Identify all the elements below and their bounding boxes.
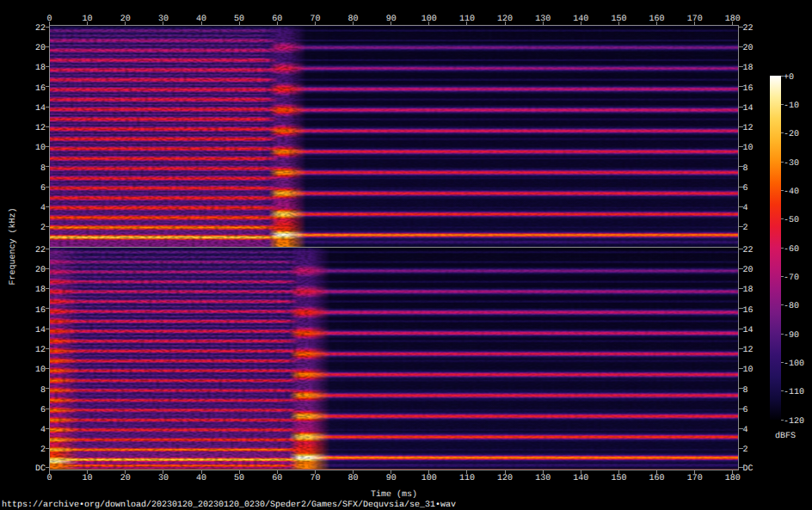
svg-text:12: 12 [35,346,46,355]
svg-text:20: 20 [35,266,46,275]
svg-text:30: 30 [158,474,169,483]
svg-text:8: 8 [40,386,46,396]
svg-text:40: 40 [196,474,206,483]
svg-text:120: 120 [497,474,513,483]
svg-text:0: 0 [46,474,52,483]
svg-text:100: 100 [421,474,437,483]
svg-text:80: 80 [348,15,358,24]
svg-text:110: 110 [459,15,475,24]
svg-text:0: 0 [46,15,52,24]
svg-text:150: 150 [611,15,626,24]
svg-text:50: 50 [234,474,244,483]
svg-text:2: 2 [40,224,46,233]
svg-text:2: 2 [40,445,46,455]
svg-text:16: 16 [35,84,46,94]
svg-text:-70: -70 [784,273,799,283]
svg-text:+0: +0 [784,73,794,83]
svg-text:-80: -80 [784,302,799,311]
svg-text:70: 70 [310,474,320,483]
svg-text:12: 12 [743,346,754,355]
svg-text:20: 20 [120,474,131,483]
svg-text:DC: DC [35,464,46,474]
svg-text:60: 60 [272,15,282,24]
svg-text:-90: -90 [784,331,799,341]
svg-text:6: 6 [40,184,46,194]
svg-text:22: 22 [743,24,754,34]
svg-text:8: 8 [743,386,748,396]
svg-text:100: 100 [421,15,437,24]
svg-text:2: 2 [743,224,748,233]
svg-text:120: 120 [497,15,513,24]
svg-text:10: 10 [743,144,754,153]
svg-text:8: 8 [40,164,46,174]
svg-text:140: 140 [573,474,588,483]
svg-text:40: 40 [196,15,206,24]
svg-text:16: 16 [35,306,46,316]
svg-text:2: 2 [743,445,748,455]
svg-text:160: 160 [649,474,665,483]
svg-text:-10: -10 [784,101,799,111]
svg-text:50: 50 [234,15,244,24]
svg-text:110: 110 [459,474,475,483]
svg-text:-40: -40 [784,187,799,197]
svg-text:16: 16 [743,306,754,316]
svg-text:18: 18 [35,286,46,295]
svg-text:180: 180 [725,474,741,483]
svg-text:10: 10 [35,366,46,375]
svg-text:6: 6 [743,184,748,194]
svg-text:4: 4 [743,204,748,213]
svg-text:18: 18 [743,286,754,295]
svg-text:14: 14 [35,326,46,335]
svg-text:12: 12 [35,124,46,133]
svg-text:-110: -110 [784,388,804,397]
svg-text:20: 20 [743,266,754,275]
svg-text:22: 22 [35,246,46,255]
svg-text:6: 6 [40,406,46,415]
svg-text:140: 140 [573,15,588,24]
svg-text:4: 4 [743,426,748,435]
svg-text:130: 130 [535,15,551,24]
svg-text:170: 170 [687,15,703,24]
svg-text:Frequency (kHz): Frequency (kHz) [8,207,18,285]
svg-text:Time (ms): Time (ms) [371,489,417,500]
svg-text:14: 14 [35,104,46,114]
svg-text:90: 90 [386,15,397,24]
svg-text:-100: -100 [784,359,804,369]
svg-text:20: 20 [120,15,131,24]
svg-text:20: 20 [35,44,46,53]
svg-text:-30: -30 [784,159,799,169]
svg-text:-60: -60 [784,245,799,255]
svg-text:DC: DC [743,464,754,474]
svg-text:4: 4 [40,204,46,213]
svg-text:10: 10 [83,474,93,483]
svg-text:90: 90 [386,474,397,483]
svg-text:18: 18 [35,64,46,73]
svg-text:8: 8 [743,164,748,174]
svg-text:180: 180 [725,15,741,24]
svg-text:10: 10 [83,15,93,24]
svg-text:14: 14 [743,104,754,114]
svg-text:dBFS: dBFS [775,431,796,441]
svg-text:30: 30 [158,15,169,24]
svg-text:6: 6 [743,406,748,415]
svg-text:-20: -20 [784,130,799,139]
svg-text:70: 70 [310,15,320,24]
svg-text:https://archive•org/download/2: https://archive•org/download/20230120_20… [2,500,456,510]
svg-text:10: 10 [743,366,754,375]
svg-text:-50: -50 [784,216,799,225]
svg-text:170: 170 [687,474,703,483]
svg-text:130: 130 [535,474,551,483]
svg-text:22: 22 [35,24,46,34]
svg-text:10: 10 [35,144,46,153]
svg-text:18: 18 [743,64,754,73]
svg-text:-120: -120 [784,417,804,427]
svg-text:16: 16 [743,84,754,94]
svg-text:12: 12 [743,124,754,133]
svg-text:150: 150 [611,474,626,483]
svg-text:22: 22 [743,246,754,255]
svg-text:160: 160 [649,15,665,24]
svg-text:60: 60 [272,474,282,483]
svg-text:14: 14 [743,326,754,335]
svg-text:20: 20 [743,44,754,53]
svg-text:4: 4 [40,426,46,435]
